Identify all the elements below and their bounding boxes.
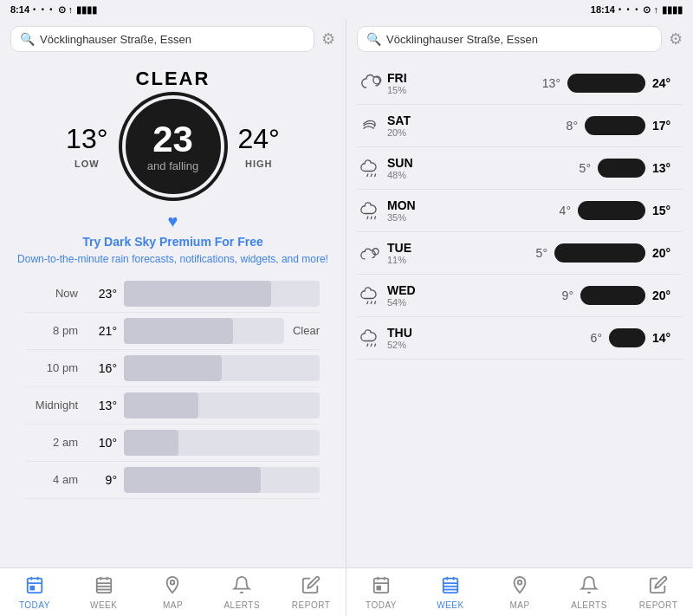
week-day-name: SAT xyxy=(387,113,439,127)
nav-item-report[interactable]: REPORT xyxy=(276,568,346,616)
week-low-temp: 6° xyxy=(572,331,602,345)
nav-left: TODAY WEEK MAP ALERTS REPORT xyxy=(0,568,346,616)
nav-item-today[interactable]: TODAY xyxy=(0,568,69,616)
week-weather-icon xyxy=(357,286,387,305)
week-row: SAT 20% 8° 17° xyxy=(357,105,683,147)
left-search-input[interactable]: 🔍 Vöcklinghauser Straße, Essen xyxy=(10,26,314,52)
hourly-row: 2 am 10° xyxy=(26,425,320,462)
icons-left: ⊙ ↑ xyxy=(58,4,74,16)
hour-bar xyxy=(124,430,178,456)
left-search-bar: 🔍 Vöcklinghauser Straße, Essen ⚙ xyxy=(0,19,346,59)
week-row: THU 52% 6° 14° xyxy=(357,317,683,360)
icons-right: ⊙ ↑ xyxy=(643,4,658,16)
promo-title: Try Dark Sky Premium For Free xyxy=(17,235,328,249)
svg-line-1 xyxy=(366,174,367,177)
svg-line-6 xyxy=(374,217,375,219)
week-low-temp: 4° xyxy=(541,204,571,217)
status-bar-right: 18:14 • • • ⊙ ↑ ▮▮▮▮ xyxy=(591,4,683,16)
right-search-bar: 🔍 Vöcklinghauser Straße, Essen ⚙ xyxy=(346,19,693,59)
svg-line-10 xyxy=(374,302,375,304)
status-bar-left: 8:14 • • • ⊙ ↑ ▮▮▮▮ xyxy=(10,4,97,16)
week-high-temp: 17° xyxy=(652,119,683,133)
nav-item-alerts[interactable]: ALERTS xyxy=(554,568,624,616)
left-panel: 🔍 Vöcklinghauser Straße, Essen ⚙ CLEAR 1… xyxy=(0,19,346,567)
hourly-row: 10 pm 16° xyxy=(26,350,320,387)
report-nav-label: REPORT xyxy=(639,600,678,610)
hour-label: Midnight xyxy=(26,399,87,412)
high-temp-block: 24° HIGH xyxy=(238,123,280,171)
week-list: FRI 15% 13° 24° SAT 20% 8° 17° xyxy=(346,59,693,567)
hour-bar-container xyxy=(124,281,320,307)
week-precip: 52% xyxy=(387,340,439,350)
hour-temp: 9° xyxy=(87,473,117,487)
week-low-temp: 9° xyxy=(543,289,573,302)
svg-point-37 xyxy=(518,580,522,584)
promo-section[interactable]: ♥ Try Dark Sky Premium For Free Down-to-… xyxy=(17,211,328,267)
today-nav-label: TODAY xyxy=(366,600,397,610)
weather-condition: CLEAR xyxy=(136,68,210,90)
promo-description: Down-to-the-minute rain forecasts, notif… xyxy=(17,252,328,267)
nav-item-report[interactable]: REPORT xyxy=(624,568,693,616)
week-weather-icon xyxy=(357,328,387,347)
week-day-info: TUE 11% xyxy=(387,241,439,265)
battery-left: ▮▮▮▮ xyxy=(76,4,97,16)
right-search-input[interactable]: 🔍 Vöcklinghauser Straße, Essen xyxy=(357,26,662,52)
nav-item-alerts[interactable]: ALERTS xyxy=(207,568,276,616)
alerts-nav-icon xyxy=(580,575,599,599)
nav-item-week[interactable]: WEEK xyxy=(69,568,139,616)
hour-bar-container xyxy=(124,355,320,381)
week-temp-bar xyxy=(585,116,645,135)
week-day-info: SAT 20% xyxy=(387,113,439,138)
week-day-name: MON xyxy=(387,198,439,212)
hourly-row: Now 23° xyxy=(26,276,320,313)
nav-item-today[interactable]: TODAY xyxy=(346,568,416,616)
settings-icon-right[interactable]: ⚙ xyxy=(669,29,683,49)
hour-label: Now xyxy=(26,287,87,300)
nav-item-map[interactable]: MAP xyxy=(485,568,554,616)
svg-rect-18 xyxy=(30,586,34,589)
hour-label: 10 pm xyxy=(26,361,87,374)
week-high-temp: 20° xyxy=(652,289,683,302)
report-nav-icon xyxy=(649,575,668,599)
time-right: 18:14 xyxy=(591,4,615,15)
high-temp-value: 24° xyxy=(238,123,280,155)
week-temp-bar xyxy=(609,328,645,347)
settings-icon-left[interactable]: ⚙ xyxy=(321,29,335,49)
time-left: 8:14 xyxy=(10,4,29,15)
week-temp-bar xyxy=(578,201,645,220)
nav-item-week[interactable]: WEEK xyxy=(416,568,485,616)
week-row: TUE 11% 5° 20° xyxy=(357,232,683,275)
week-day-info: WED 54% xyxy=(387,283,439,308)
low-temp-value: 13° xyxy=(66,123,107,155)
map-nav-label: MAP xyxy=(509,600,529,610)
week-row: MON 35% 4° 15° xyxy=(357,190,683,232)
right-panel: 🔍 Vöcklinghauser Straße, Essen ⚙ FRI 15%… xyxy=(346,19,693,567)
today-content: CLEAR 13° LOW 23 and falling 24° HIGH ♥ xyxy=(0,59,346,567)
week-day-name: WED xyxy=(387,283,439,297)
week-high-temp: 13° xyxy=(652,161,683,175)
week-precip: 35% xyxy=(387,212,439,223)
week-temp-bar xyxy=(554,243,645,263)
week-low-temp: 5° xyxy=(517,246,547,260)
temp-row: 13° LOW 23 and falling 24° HIGH xyxy=(66,99,280,194)
hour-note: Clear xyxy=(293,324,320,337)
nav-item-map[interactable]: MAP xyxy=(139,568,208,616)
week-temp-bar xyxy=(567,74,645,93)
week-weather-icon xyxy=(357,116,387,135)
today-nav-label: TODAY xyxy=(19,600,50,610)
hour-label: 4 am xyxy=(26,473,87,486)
hour-bar-container xyxy=(124,392,320,418)
week-day-info: MON 35% xyxy=(387,198,439,223)
high-temp-label: HIGH xyxy=(245,159,273,169)
week-day-info: THU 52% xyxy=(387,326,439,350)
today-nav-icon xyxy=(372,575,391,599)
svg-line-11 xyxy=(366,344,367,347)
week-day-name: FRI xyxy=(387,71,439,85)
week-day-info: FRI 15% xyxy=(387,71,439,95)
week-high-temp: 14° xyxy=(652,331,683,345)
week-high-temp: 15° xyxy=(652,204,683,217)
hour-bar xyxy=(124,318,233,344)
map-nav-icon xyxy=(163,575,182,599)
search-icon-right: 🔍 xyxy=(366,32,381,46)
current-temp-circle: 23 and falling xyxy=(126,99,221,194)
